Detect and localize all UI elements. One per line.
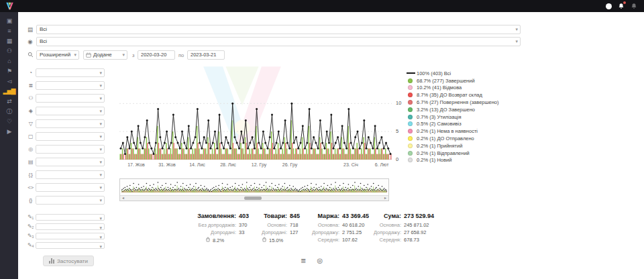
donut-filter-select[interactable]: ▾ <box>36 68 105 77</box>
integrations-icon[interactable]: ⇄ <box>3 98 15 106</box>
legend-item[interactable]: 0.2% (1) ДО Отправлено <box>407 135 522 142</box>
region-filter-select[interactable]: ▾ <box>36 145 105 154</box>
stat-sub-row: Основна:40 618.20 <box>301 222 369 229</box>
legend-item[interactable]: 0.2% (1) Нема в наявності <box>407 127 522 135</box>
legend-item[interactable]: 8.7% (35) ДО Возврат склад <box>407 91 522 99</box>
stat-value: 678.73 <box>404 237 419 243</box>
legend-label: 68.7% (277) Завершений <box>417 78 475 84</box>
angle-brackets-filter-select[interactable]: ▾ <box>36 183 105 192</box>
calendar-icon <box>86 52 91 60</box>
orders-list-icon[interactable]: ≡ <box>3 27 15 36</box>
analytics-icon[interactable]: ▂▅▇ <box>3 88 15 96</box>
app-logo-icon[interactable] <box>5 2 14 10</box>
chevron-down-icon: ▾ <box>99 133 102 140</box>
stat-sub-row: Допродажу:27 658.92 <box>360 229 434 237</box>
legend-item[interactable]: 6.7% (27) Повернення (завершено) <box>407 99 522 106</box>
tags-icon[interactable]: ⚑ <box>3 68 15 76</box>
statuses-filter-select[interactable]: Всі ▾ <box>36 25 521 34</box>
chevron-down-icon: ▾ <box>99 184 102 191</box>
home-icon[interactable]: ⌂ <box>3 58 15 66</box>
product-filter-icon: ▢ <box>25 133 36 140</box>
legend-item[interactable]: 100% (403) Всі <box>407 70 522 77</box>
funnel-filter-select[interactable]: ▾ <box>36 119 105 128</box>
apply-button-label: Застосувати <box>57 258 88 264</box>
legend-item[interactable]: 0.2% (1) Новий <box>407 157 522 164</box>
upsell-percent-row: 15.0% <box>250 237 300 243</box>
list-view-icon[interactable]: ≣ <box>301 257 306 264</box>
stat-value: 403 <box>239 213 249 219</box>
notification-badge <box>623 1 626 4</box>
chart-overview-brush[interactable]: ◂ ▸ <box>119 178 389 201</box>
date-to-label: по <box>178 52 184 58</box>
source-filter-select[interactable]: ▾ <box>36 107 105 115</box>
search-mode-value: Розширений <box>40 52 70 58</box>
date-from-label: з <box>132 52 134 58</box>
scroll-right-icon[interactable]: ▸ <box>382 196 388 201</box>
megaphone-icon[interactable]: ◅ <box>3 78 15 86</box>
info-icon[interactable]: ⓘ <box>3 108 15 116</box>
sliders-filter-select[interactable]: ▾ <box>36 81 105 90</box>
cells-filter-select[interactable]: ▾ <box>36 158 105 166</box>
theme-icon[interactable] <box>606 3 612 9</box>
screen-cast-icon[interactable]: ▣ <box>3 17 15 25</box>
chevron-down-icon: ▾ <box>99 172 102 178</box>
customers-icon[interactable]: ⚇ <box>3 48 15 56</box>
search-mode-select[interactable]: Розширений ▾ <box>36 50 79 60</box>
catalog-grid-icon[interactable]: ▦ <box>3 38 15 46</box>
stats-column: Замовлення:403Без допродажів:370Допродан… <box>193 213 249 243</box>
scrollbar-track[interactable] <box>126 197 382 200</box>
stats-column: Сума:273 529.94Основна:245 871.02Допрода… <box>360 213 434 244</box>
editor-field-2-select[interactable]: ▾ <box>36 223 105 230</box>
scroll-left-icon[interactable]: ◂ <box>120 196 126 201</box>
stat-value: 33 <box>239 229 244 235</box>
stat-main-row: Сума:273 529.94 <box>360 213 434 222</box>
date-field-select[interactable]: Додане ▾ <box>83 50 127 60</box>
orders-time-series-chart[interactable] <box>119 70 392 160</box>
date-to-input[interactable]: 2023-03-21 <box>187 50 225 60</box>
video-icon[interactable]: ▶ <box>3 128 15 136</box>
chart-legend: 100% (403) Всі68.7% (277) Завершений10.2… <box>407 70 522 164</box>
source-filter-icon: ◈ <box>25 108 36 114</box>
braces-semicolon-filter-select[interactable]: ▾ <box>36 170 105 179</box>
editor-field-1-select[interactable]: ▾ <box>36 214 105 221</box>
legend-item[interactable]: 0.2% (1) Прийнятий <box>407 142 522 150</box>
legend-dot-swatch <box>407 93 417 97</box>
footer-view-toggles: ≣◎ <box>301 257 323 264</box>
channels-filter-value: Всі <box>40 38 47 44</box>
stat-label: Основна: <box>360 222 401 228</box>
braces-filter-select[interactable]: ▾ <box>36 196 105 205</box>
bag-icon <box>262 237 267 243</box>
legend-item[interactable]: 0.5% (2) Самовивіз <box>407 121 522 128</box>
legend-item[interactable]: 0.2% (1) Відправлений <box>407 150 522 157</box>
legend-item[interactable]: 3.2% (13) ДО Завершено <box>407 106 522 113</box>
legend-dot-swatch <box>407 85 417 90</box>
legend-label: 6.7% (27) Повернення (завершено) <box>417 99 499 105</box>
legend-item[interactable]: 0.7% (3) Утилізація <box>407 113 522 121</box>
apply-button[interactable]: Застосувати <box>43 256 94 266</box>
legend-item[interactable]: 68.7% (277) Завершений <box>407 77 522 85</box>
funnel-filter-icon: ▽ <box>25 121 36 127</box>
editor-field-3-select[interactable]: ▾ <box>36 233 105 239</box>
manager-filter-select[interactable]: ▾ <box>36 94 105 103</box>
legend-item[interactable]: 10.2% (41) Відмова <box>407 85 522 92</box>
date-from-input[interactable]: 2020-03-20 <box>138 50 175 60</box>
overview-mini-chart <box>121 180 387 194</box>
overview-scrollbar[interactable]: ◂ ▸ <box>120 195 388 201</box>
stat-label: Середня: <box>301 237 339 243</box>
stat-label: Основна: <box>301 222 339 228</box>
channels-filter-icon: ◉ <box>26 38 34 45</box>
chevron-down-icon: ▾ <box>99 82 102 89</box>
product-filter-select[interactable]: ▾ <box>36 132 105 141</box>
editor-field-4-select[interactable]: ▾ <box>36 242 105 249</box>
channels-filter-select[interactable]: Всі ▾ <box>36 37 521 46</box>
scrollbar-handle[interactable] <box>244 197 262 200</box>
notifications-bell-icon[interactable] <box>618 3 625 9</box>
globe-view-icon[interactable]: ◎ <box>317 257 323 264</box>
legend-label: 8.7% (35) ДО Возврат склад <box>417 92 482 98</box>
alerts-bell-icon[interactable] <box>631 3 637 9</box>
stat-label: Допродажу: <box>360 229 401 235</box>
stat-sub-row: Без допродажів:370 <box>193 222 249 229</box>
editor-field-3-pencil-icon: ✎₃ <box>25 233 36 239</box>
loyalty-icon[interactable]: ♡ <box>3 118 15 126</box>
search-icon[interactable] <box>26 52 34 59</box>
